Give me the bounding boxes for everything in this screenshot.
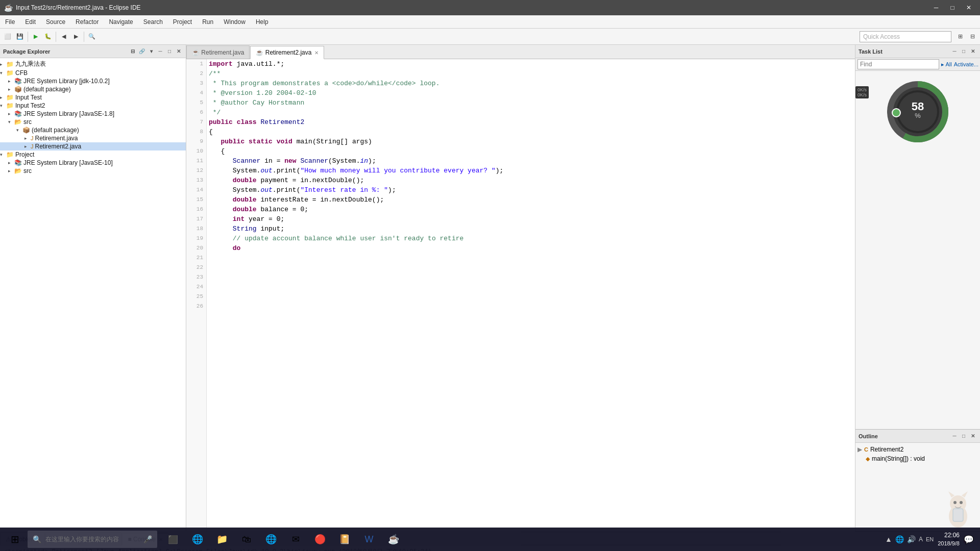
code-line-20: double balance = 0; — [209, 205, 853, 214]
volume-icon[interactable]: 🔊 — [907, 535, 916, 543]
tree-node-jre2[interactable]: ▸📚JRE System Library [JavaSE-1.8] — [0, 110, 186, 118]
task-activate-button[interactable]: Activate... — [954, 61, 978, 67]
outline-item-main[interactable]: ◆ main(String[]) : void — [857, 454, 978, 463]
close-button[interactable]: ✕ — [962, 3, 976, 13]
tree-node-retirement[interactable]: ▸JRetirement.java — [0, 134, 186, 142]
menu-run[interactable]: Run — [197, 16, 218, 28]
code-line-4: * This program demonstrates a <code>do/w… — [209, 79, 853, 88]
decoration-character — [855, 486, 980, 531]
tree-node-jjjf[interactable]: ▸📁九九乘法表 — [0, 59, 186, 69]
tree-node-jre3[interactable]: ▸📚JRE System Library [JavaSE-10] — [0, 159, 186, 167]
outline-header: Outline ─ □ ✕ — [855, 430, 980, 443]
menu-edit[interactable]: Edit — [20, 16, 41, 28]
minimize-panel-icon[interactable]: ─ — [156, 47, 164, 56]
tree-arrow: ▸ — [24, 136, 31, 141]
code-line-7: */ — [209, 108, 853, 117]
expand-tray-icon[interactable]: ▲ — [885, 535, 892, 543]
menu-search[interactable]: Search — [138, 16, 168, 28]
toolbar-perspective2[interactable]: ⊟ — [967, 31, 978, 42]
microphone-icon[interactable]: 🎤 — [143, 535, 152, 543]
store-icon[interactable]: 🛍 — [235, 528, 258, 551]
outline-close-icon[interactable]: ✕ — [969, 432, 977, 440]
taskbar-search-input[interactable] — [45, 536, 137, 543]
taskview-icon[interactable]: ⬛ — [161, 528, 185, 551]
lang-icon[interactable]: EN — [926, 536, 934, 542]
toolbar-new[interactable]: ⬜ — [2, 31, 13, 42]
tree-node-defpkg1[interactable]: ▸📦(default package) — [0, 85, 186, 93]
mail-icon[interactable]: ✉ — [284, 528, 307, 551]
tree-label: JRE System Library [jdk-10.0.2] — [23, 78, 110, 85]
maximize-button[interactable]: □ — [945, 3, 960, 13]
task-all-button[interactable]: ▸ All — [941, 61, 952, 68]
view-menu-icon[interactable]: ▾ — [147, 47, 155, 56]
source-icon: 📂 — [14, 167, 22, 174]
line-num-16: 16 — [186, 205, 206, 214]
explorer-icon[interactable]: 📁 — [210, 528, 234, 551]
outline-maximize-icon[interactable]: □ — [960, 432, 968, 440]
app2-icon[interactable]: 📔 — [333, 528, 356, 551]
tree-node-src[interactable]: ▾📂src — [0, 118, 186, 126]
code-line-12: Scanner in = new Scanner(System.in); — [209, 156, 853, 166]
eclipse-icon[interactable]: ☕ — [382, 528, 405, 551]
menu-navigate[interactable]: Navigate — [104, 16, 138, 28]
menu-file[interactable]: File — [0, 16, 20, 28]
task-minimize-icon[interactable]: ─ — [950, 47, 959, 56]
minimize-button[interactable]: ─ — [929, 3, 943, 13]
code-line-15: double payment = in.nextDouble(); — [209, 176, 853, 185]
tree-node-inputtest2[interactable]: ▾📁Input Test2 — [0, 102, 186, 110]
task-list-title: Task List — [859, 48, 950, 55]
tree-node-retirement2[interactable]: ▸JRetirement2.java — [0, 142, 186, 151]
maximize-panel-icon[interactable]: □ — [165, 47, 174, 56]
notification-icon[interactable]: 💬 — [964, 535, 974, 544]
edge-icon[interactable]: 🌐 — [186, 528, 209, 551]
link-icon[interactable]: 🔗 — [138, 47, 146, 56]
collapse-all-icon[interactable]: ⊟ — [129, 47, 137, 56]
code-line-18: double interestRate = in.nextDouble(); — [209, 195, 853, 205]
start-button[interactable]: ⊞ — [2, 528, 28, 551]
toolbar-fwd[interactable]: ▶ — [70, 31, 82, 42]
menu-window[interactable]: Window — [218, 16, 251, 28]
toolbar-debug[interactable]: 🐛 — [42, 31, 54, 42]
menu-source[interactable]: Source — [41, 16, 70, 28]
ime-icon[interactable]: A — [919, 536, 923, 543]
toolbar-back[interactable]: ◀ — [58, 31, 69, 42]
line-num-9: 9 — [186, 137, 206, 146]
network-icon[interactable]: 🌐 — [895, 535, 904, 543]
toolbar-search[interactable]: 🔍 — [86, 31, 97, 42]
network-down-label: 0K/s — [857, 92, 867, 97]
code-editor: 1234567891011121314151617181920212223242… — [186, 59, 855, 532]
tree-node-jre1[interactable]: ▸📚JRE System Library [jdk-10.0.2] — [0, 77, 186, 85]
taskbar-search[interactable]: 🔍 🎤 — [28, 531, 157, 548]
toolbar-perspective[interactable]: ⊞ — [954, 31, 966, 42]
word-icon[interactable]: W — [357, 528, 381, 551]
tree-node-project[interactable]: ▾📁Project — [0, 151, 186, 159]
toolbar-run[interactable]: ▶ — [30, 31, 41, 42]
task-maximize-icon[interactable]: □ — [960, 47, 968, 56]
tree-node-inputtest[interactable]: ▸📁Input Test — [0, 93, 186, 102]
tree-node-defpkg2[interactable]: ▾📦(default package) — [0, 126, 186, 134]
task-find-input[interactable] — [857, 59, 939, 69]
tab-retirement-java[interactable]: ☕ Retirement.java — [186, 45, 250, 59]
outline-item-retirement2[interactable]: ▶ C Retirement2 — [857, 445, 978, 454]
browser-icon[interactable]: 🌐 — [259, 528, 283, 551]
app1-icon[interactable]: 🔴 — [308, 528, 332, 551]
task-close-icon[interactable]: ✕ — [969, 47, 977, 56]
quick-access-box[interactable]: Quick Access — [860, 31, 951, 42]
tree-node-cfb[interactable]: ▾📁CFB — [0, 69, 186, 77]
svg-point-11 — [960, 501, 963, 504]
tree-node-src2[interactable]: ▸📂src — [0, 167, 186, 175]
menu-help[interactable]: Help — [251, 16, 274, 28]
toolbar-save[interactable]: 💾 — [14, 31, 26, 42]
project-icon: 📁 — [6, 102, 14, 109]
tab-retirement2-close[interactable]: ✕ — [314, 50, 318, 56]
system-clock[interactable]: 22:06 2018/9/8 — [938, 531, 960, 547]
tree-arrow: ▸ — [0, 62, 6, 67]
close-panel-icon[interactable]: ✕ — [175, 47, 183, 56]
menu-refactor[interactable]: Refactor — [70, 16, 104, 28]
code-line-3: /** — [209, 69, 853, 79]
outline-minimize-icon[interactable]: ─ — [950, 432, 959, 440]
code-content[interactable]: import java.util.*;/** * This program de… — [207, 59, 855, 532]
gauge-svg: 58 % — [887, 81, 948, 142]
tab-retirement2-java[interactable]: ☕ Retirement2.java ✕ — [250, 46, 324, 59]
menu-project[interactable]: Project — [168, 16, 197, 28]
